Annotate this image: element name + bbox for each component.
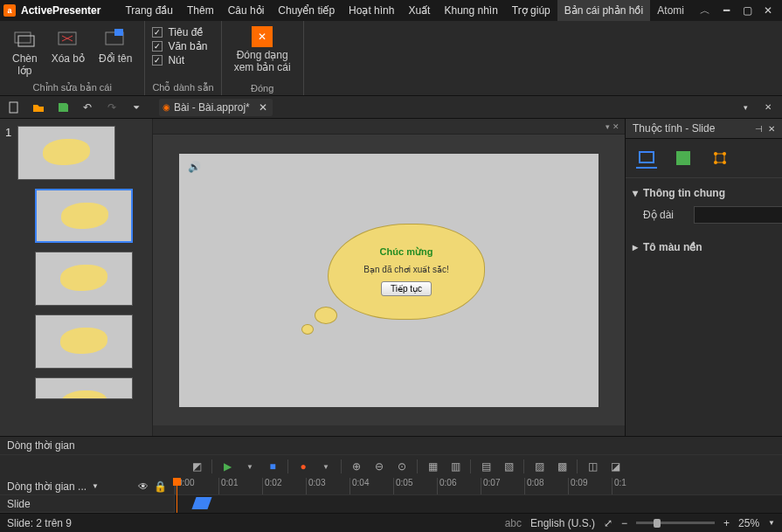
pin-icon[interactable]: ⊣ — [755, 124, 763, 134]
zoom-fit-icon[interactable]: ⊙ — [394, 459, 410, 474]
document-tab-name: Bài - Bài.approj* — [174, 101, 250, 114]
menu-item[interactable]: Trang đầu — [118, 0, 180, 21]
svg-rect-9 — [676, 151, 690, 165]
tool-icon[interactable]: ▦ — [425, 459, 440, 474]
menu-item[interactable]: Trợ giúp — [505, 0, 557, 21]
ruler-tick: 0:1 — [612, 478, 655, 494]
tool-icon[interactable]: ◫ — [585, 459, 600, 474]
close-icon[interactable]: ✕ — [758, 0, 779, 21]
redo-icon[interactable]: ↷ — [103, 99, 121, 116]
delete-button[interactable]: Xóa bỏ — [46, 23, 90, 68]
horizontal-scrollbar[interactable] — [153, 425, 625, 436]
properties-panel: Thuộc tính - Slide ⊣ ✕ ▾ Thông tin chung… — [625, 119, 782, 436]
ribbon: Chèn lớp Xóa bỏ Đổi tên Chỉnh sửa bản cá… — [0, 21, 782, 96]
zoom-dropdown-icon[interactable]: ▼ — [768, 519, 775, 527]
close-x-icon: ✕ — [252, 26, 273, 47]
menu-item[interactable]: Xuất — [401, 0, 437, 21]
tool-icon[interactable]: ▧ — [501, 459, 516, 474]
panel-close-icon[interactable]: ✕ — [759, 99, 777, 116]
props-tab-fill[interactable] — [673, 148, 694, 169]
ribbon-checkbox[interactable]: ✓Tiêu đề — [152, 26, 207, 38]
app-name: ActivePresenter — [21, 4, 100, 17]
record-dropdown-icon[interactable]: ▼ — [318, 459, 334, 474]
props-tab-size[interactable] — [709, 148, 730, 169]
spellcheck-icon[interactable]: abc — [505, 517, 522, 529]
snap-icon[interactable]: ◩ — [189, 459, 204, 474]
status-bar: Slide: 2 trên 9 abc English (U.S.) ⤢ − +… — [0, 513, 782, 532]
record-icon[interactable]: ● — [295, 459, 311, 474]
timeline-row-label[interactable]: Dòng thời gian ... — [7, 480, 87, 493]
zoom-out-icon[interactable]: − — [621, 517, 627, 529]
zoom-in-icon[interactable]: + — [723, 517, 730, 529]
document-tab[interactable]: ◉ Bài - Bài.approj* ✕ — [159, 99, 273, 116]
section-toggle-info[interactable]: ▾ Thông tin chung — [633, 183, 775, 203]
zoom-out-icon[interactable]: ⊖ — [371, 459, 387, 474]
company-label[interactable]: Atomi — [657, 4, 684, 17]
insert-layer-button[interactable]: Chèn lớp — [7, 23, 43, 80]
minimize-icon[interactable]: ━ — [716, 0, 737, 21]
ribbon-checkbox[interactable]: ✓Nút — [152, 54, 207, 66]
tool-icon[interactable]: ◪ — [607, 459, 623, 474]
toolbar-dropdown-icon[interactable]: ⏷ — [128, 99, 145, 116]
tool-icon[interactable]: ▩ — [554, 459, 570, 474]
ribbon-checkbox[interactable]: ✓Văn bản — [152, 40, 207, 52]
close-tab-icon[interactable]: ✕ — [259, 101, 267, 114]
dropdown-icon[interactable]: ▼ — [92, 482, 99, 490]
audio-icon[interactable]: 🔊 — [188, 161, 201, 173]
slide-thumb[interactable] — [35, 377, 133, 399]
open-icon[interactable] — [30, 99, 47, 116]
play-icon[interactable]: ▶ — [219, 459, 235, 474]
panel-close-icon[interactable]: ✕ — [768, 124, 775, 134]
tool-icon[interactable]: ▤ — [478, 459, 494, 474]
slide-thumb[interactable] — [17, 126, 115, 180]
section-toggle-fill[interactable]: ▸ Tô màu nền — [633, 238, 775, 257]
chevron-down-icon: ▾ — [633, 187, 638, 199]
undo-icon[interactable]: ↶ — [79, 99, 96, 116]
track-label[interactable]: Slide — [7, 498, 31, 510]
playhead[interactable] — [176, 478, 177, 513]
menu-item[interactable]: Khung nhìn — [437, 0, 504, 21]
slide-thumb[interactable] — [35, 189, 133, 243]
rename-icon — [103, 26, 128, 51]
insert-layer-icon — [12, 26, 37, 51]
lock-icon[interactable]: 🔒 — [154, 480, 167, 493]
menu-item[interactable]: Hoạt hình — [342, 0, 401, 21]
duration-input[interactable] — [694, 206, 782, 224]
rename-button[interactable]: Đổi tên — [93, 23, 137, 68]
tool-icon[interactable]: ▨ — [531, 459, 547, 474]
canvas-menu-icon[interactable]: ▾ ✕ — [606, 122, 619, 131]
slide-panel[interactable]: 1 — [0, 119, 153, 436]
language-selector[interactable]: English (U.S.) — [530, 517, 595, 529]
tool-icon[interactable]: ▥ — [447, 459, 463, 474]
slide-thumb[interactable] — [35, 252, 133, 306]
panel-menu-icon[interactable]: ▾ — [737, 99, 754, 116]
close-master-view-button[interactable]: ✕ Đóng dạng xem bản cái — [229, 23, 296, 77]
save-icon[interactable] — [54, 99, 72, 116]
timeline-track[interactable] — [175, 495, 782, 513]
menu-item[interactable]: Bản cái phản hồi — [557, 0, 650, 21]
new-icon[interactable] — [5, 99, 23, 116]
fit-icon[interactable]: ⤢ — [604, 517, 612, 529]
maximize-icon[interactable]: ▢ — [737, 0, 758, 21]
play-dropdown-icon[interactable]: ▼ — [242, 459, 258, 474]
slide-canvas[interactable]: 🔊 Chúc mừng Bạn đã chơi xuất sắc! Tiếp t… — [179, 154, 599, 407]
zoom-level[interactable]: 25% — [738, 517, 759, 529]
collapse-ribbon-icon[interactable]: ︿ — [695, 0, 716, 21]
slide-thumb[interactable] — [35, 314, 133, 369]
menu-item[interactable]: Thêm — [180, 0, 221, 21]
zoom-slider[interactable] — [636, 522, 715, 524]
callout-shape[interactable]: Chúc mừng Bạn đã chơi xuất sắc! Tiếp tục — [310, 224, 485, 337]
eye-icon[interactable]: 👁 — [138, 480, 149, 493]
checkbox-icon: ✓ — [152, 41, 163, 52]
ruler-tick: 0:03 — [306, 478, 349, 494]
stop-icon[interactable]: ■ — [265, 459, 280, 474]
props-tab-slide[interactable] — [636, 148, 657, 169]
menu-item[interactable]: Chuyển tiếp — [271, 0, 342, 21]
chevron-right-icon: ▸ — [633, 241, 638, 253]
menu-item[interactable]: Câu hỏi — [221, 0, 272, 21]
svg-point-13 — [714, 161, 717, 164]
svg-rect-6 — [114, 29, 123, 36]
zoom-in-icon[interactable]: ⊕ — [349, 459, 364, 474]
continue-button[interactable]: Tiếp tục — [381, 281, 432, 296]
canvas-viewport[interactable]: 🔊 Chúc mừng Bạn đã chơi xuất sắc! Tiếp t… — [153, 135, 625, 425]
